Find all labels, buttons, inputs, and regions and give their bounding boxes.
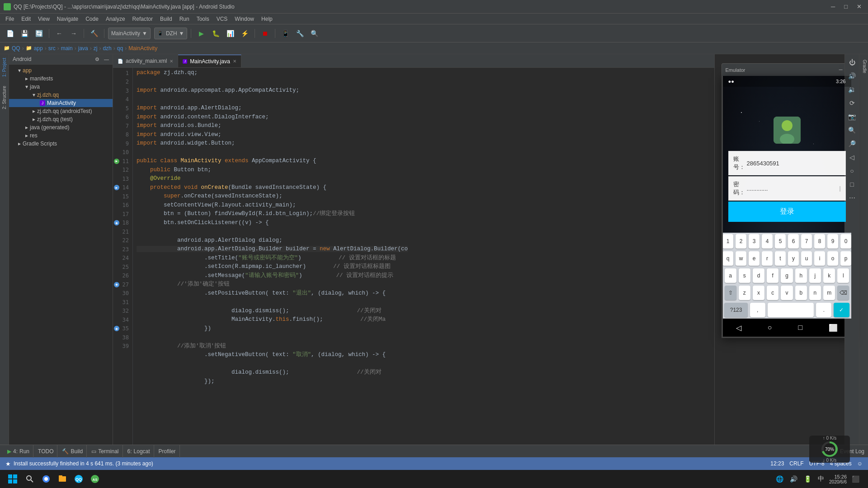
menu-window[interactable]: Window <box>231 14 258 24</box>
collapse-btn[interactable]: — <box>104 56 109 62</box>
tree-res[interactable]: ▸ res <box>9 131 113 140</box>
tab-close-java[interactable]: ✕ <box>233 59 236 64</box>
kb-space[interactable] <box>768 303 814 317</box>
kb-y[interactable]: y <box>788 251 799 266</box>
tree-test[interactable]: ▸ zj.dzh.qq (test) <box>9 115 113 123</box>
maximize-button[interactable]: □ <box>841 3 850 10</box>
kb-4[interactable]: 4 <box>762 234 773 249</box>
kb-1[interactable]: 1 <box>723 234 734 249</box>
line-ending[interactable]: CRLF <box>789 460 803 467</box>
kb-backspace[interactable]: ⌫ <box>837 286 849 300</box>
tab-mainactivity-java[interactable]: J MainActivity.java ✕ <box>178 55 241 67</box>
menu-vcs[interactable]: VCS <box>213 14 231 24</box>
volume-icon[interactable]: 🔊 <box>788 475 799 483</box>
device-dropdown[interactable]: 📱 DZH ▼ <box>154 28 188 39</box>
taskbar-android-studio[interactable]: AS <box>87 471 103 487</box>
kb-q[interactable]: q <box>723 251 734 266</box>
kb-0[interactable]: 0 <box>840 234 851 249</box>
kb-h[interactable]: h <box>795 268 807 283</box>
breadcrumb-mainactivity[interactable]: MainActivity <box>128 45 157 52</box>
debug-btn[interactable]: 🐛 <box>209 27 222 40</box>
kb-v[interactable]: v <box>781 286 793 300</box>
minimize-button[interactable]: ─ <box>828 3 838 10</box>
breadcrumb-app[interactable]: 📁 app <box>26 45 43 52</box>
settings-btn[interactable]: ⚙ <box>95 56 99 62</box>
line-col[interactable]: 12:23 <box>770 460 784 467</box>
run-btn[interactable]: ▶ <box>195 27 208 40</box>
taskbar-search[interactable] <box>22 471 38 487</box>
sdk-btn[interactable]: 🔧 <box>293 27 306 40</box>
todo-tab[interactable]: TODO <box>34 445 57 458</box>
tree-javagenerated[interactable]: ▸ java (generated) <box>9 123 113 131</box>
tree-androidtest[interactable]: ▸ zj.dzh.qq (androidTest) <box>9 107 113 115</box>
menu-tools[interactable]: Tools <box>193 14 213 24</box>
breadcrumb-java[interactable]: java <box>78 45 88 52</box>
tab-close-xml[interactable]: ✕ <box>170 59 173 64</box>
kb-r[interactable]: r <box>762 251 773 266</box>
run-tab[interactable]: ▶ 4: Run <box>4 445 33 458</box>
search-btn[interactable]: 🔍 <box>308 27 321 40</box>
taskbar-file-explorer[interactable] <box>54 471 71 487</box>
kb-w[interactable]: w <box>736 251 746 266</box>
kb-5[interactable]: 5 <box>775 234 786 249</box>
kb-e[interactable]: e <box>749 251 760 266</box>
menu-edit[interactable]: Edit <box>18 14 34 24</box>
profiler-tab[interactable]: Profiler <box>155 445 180 458</box>
kb-s[interactable]: s <box>739 268 750 283</box>
kb-n[interactable]: n <box>809 286 821 300</box>
tab-activity-main-xml[interactable]: 📄 activity_main.xml ✕ <box>113 55 178 67</box>
phone-account-input[interactable]: 账号： 2865430591 <box>728 151 846 175</box>
tree-gradle[interactable]: ▸ Gradle Scripts <box>9 140 113 148</box>
profile-btn[interactable]: ⚡ <box>238 27 251 40</box>
gradle-tab[interactable]: Gradle <box>861 56 868 445</box>
kb-j[interactable]: j <box>809 268 821 283</box>
sync-btn[interactable]: 🔄 <box>33 27 45 40</box>
kb-period[interactable]: . <box>816 303 831 317</box>
kb-i[interactable]: i <box>814 251 825 266</box>
kb-comma[interactable]: , <box>750 303 765 317</box>
menu-analyze[interactable]: Analyze <box>102 14 129 24</box>
phone-recents-btn[interactable]: □ <box>798 324 803 332</box>
breadcrumb-zj[interactable]: zj <box>94 45 98 52</box>
tree-manifests[interactable]: ▸ manifests <box>9 75 113 83</box>
forward-btn[interactable]: → <box>67 27 80 40</box>
menu-build[interactable]: Build <box>156 14 176 24</box>
structure-tab[interactable]: 2: Structure <box>1 82 8 113</box>
start-button[interactable] <box>4 470 22 488</box>
input-icon[interactable]: 中 <box>816 475 826 483</box>
taskbar-qq[interactable]: QQ <box>71 471 87 487</box>
kb-p[interactable]: p <box>840 251 851 266</box>
config-dropdown[interactable]: MainActivity ▼ <box>108 28 151 39</box>
avd-btn[interactable]: 📱 <box>279 27 292 40</box>
kb-f[interactable]: f <box>767 268 778 283</box>
new-file-btn[interactable]: 📄 <box>4 27 16 40</box>
kb-2[interactable]: 2 <box>736 234 746 249</box>
kb-7[interactable]: 7 <box>801 234 812 249</box>
menu-navigate[interactable]: Navigate <box>53 14 82 24</box>
breadcrumb-main[interactable]: main <box>61 45 73 52</box>
kb-k[interactable]: k <box>823 268 835 283</box>
kb-9[interactable]: 9 <box>827 234 838 249</box>
kb-d[interactable]: d <box>753 268 764 283</box>
breadcrumb-qq2[interactable]: qq <box>117 45 123 52</box>
build-tab[interactable]: 🔨 Build <box>58 445 87 458</box>
project-tab[interactable]: 1: Project <box>1 54 8 80</box>
battery-icon[interactable]: 🔋 <box>802 475 813 483</box>
tree-java[interactable]: ▾ java <box>9 83 113 91</box>
network-icon[interactable]: 🌐 <box>774 475 785 483</box>
phone-screenshot-btn[interactable]: ⬜ <box>829 324 838 332</box>
breadcrumb-src[interactable]: src <box>48 45 56 52</box>
kb-shift[interactable]: ⇧ <box>725 286 736 300</box>
menu-run[interactable]: Run <box>176 14 193 24</box>
menu-code[interactable]: Code <box>82 14 102 24</box>
kb-l[interactable]: l <box>837 268 849 283</box>
kb-x[interactable]: x <box>753 286 764 300</box>
menu-refactor[interactable]: Refactor <box>129 14 156 24</box>
menu-help[interactable]: Help <box>258 14 276 24</box>
phone-back-btn[interactable]: ◁ <box>736 324 741 332</box>
phone-login-button[interactable]: 登录 <box>728 202 846 222</box>
show-desktop-btn[interactable]: ⬛ <box>850 475 861 483</box>
logcat-tab[interactable]: 6: Logcat <box>124 445 154 458</box>
kb-g[interactable]: g <box>781 268 793 283</box>
kb-6[interactable]: 6 <box>788 234 799 249</box>
